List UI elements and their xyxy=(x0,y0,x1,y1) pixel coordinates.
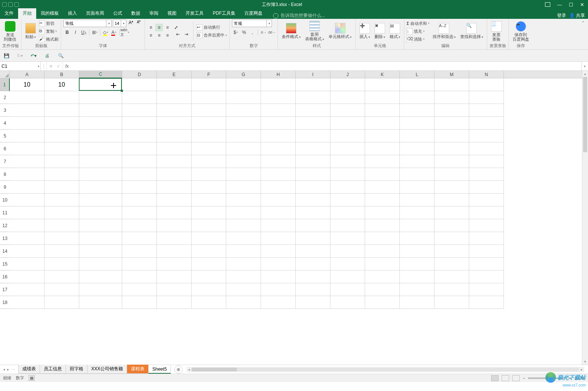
row-header[interactable]: 3 xyxy=(0,104,10,117)
cell[interactable] xyxy=(192,270,226,283)
nav-prev[interactable]: ▸ xyxy=(7,367,9,371)
cell[interactable] xyxy=(122,168,157,181)
column-header[interactable]: B xyxy=(45,71,79,78)
menu-tab-9[interactable]: 开发工具 xyxy=(181,8,208,19)
cell[interactable] xyxy=(192,78,226,91)
cell[interactable] xyxy=(261,91,296,104)
cell[interactable] xyxy=(434,78,469,91)
menu-tab-7[interactable]: 审阅 xyxy=(145,8,163,19)
sheet-tab[interactable]: Sheet5 xyxy=(148,365,171,374)
cell[interactable] xyxy=(400,206,434,219)
fx-label[interactable]: fx xyxy=(63,62,71,70)
cell[interactable] xyxy=(365,219,400,232)
cell[interactable] xyxy=(330,181,365,194)
paste-button[interactable]: 粘贴 xyxy=(24,22,37,40)
cell[interactable] xyxy=(469,130,504,142)
cell[interactable] xyxy=(10,130,45,142)
cell[interactable] xyxy=(261,104,296,117)
row-header[interactable]: 11 xyxy=(0,206,10,219)
cell[interactable] xyxy=(122,219,157,232)
fill-color-button[interactable]: ◇ xyxy=(102,29,109,36)
cell[interactable] xyxy=(79,194,122,206)
fill-button[interactable]: ↓填充 ▾ xyxy=(407,27,430,35)
cell[interactable] xyxy=(469,91,504,104)
cell[interactable] xyxy=(79,130,122,142)
formula-input[interactable] xyxy=(71,62,581,70)
sheet-tab[interactable]: 成绩表 xyxy=(18,365,40,374)
cell[interactable] xyxy=(157,117,192,130)
cell[interactable] xyxy=(330,232,365,245)
cell[interactable] xyxy=(365,206,400,219)
cell[interactable] xyxy=(330,206,365,219)
cell[interactable] xyxy=(365,155,400,168)
cell[interactable] xyxy=(261,296,296,309)
menu-tab-0[interactable]: 文件 xyxy=(0,8,18,19)
cell[interactable] xyxy=(400,181,434,194)
cell[interactable] xyxy=(261,245,296,258)
cell[interactable] xyxy=(122,155,157,168)
cell[interactable] xyxy=(192,142,226,155)
cell[interactable] xyxy=(330,219,365,232)
ribbon-display-icon[interactable] xyxy=(545,2,550,7)
cell[interactable] xyxy=(330,104,365,117)
cell[interactable] xyxy=(330,142,365,155)
wrap-text-button[interactable]: ↩自动换行 xyxy=(197,24,227,31)
align-bottom-button[interactable]: ≡ xyxy=(164,24,171,31)
cell[interactable] xyxy=(45,283,79,296)
cancel-button[interactable]: ✕ xyxy=(49,64,53,69)
cell[interactable] xyxy=(10,270,45,283)
column-header[interactable]: H xyxy=(261,71,296,78)
menu-tab-11[interactable]: 百度网盘 xyxy=(240,8,267,19)
cell[interactable] xyxy=(10,296,45,309)
cell[interactable] xyxy=(157,270,192,283)
cell[interactable] xyxy=(122,258,157,270)
cell[interactable] xyxy=(400,104,434,117)
column-header[interactable]: A xyxy=(10,71,45,78)
cell[interactable] xyxy=(296,258,330,270)
cell[interactable] xyxy=(330,168,365,181)
invoice-check-button[interactable]: 🧾发票查验 xyxy=(490,20,503,42)
row-header[interactable]: 7 xyxy=(0,155,10,168)
cell[interactable] xyxy=(10,245,45,258)
cell[interactable] xyxy=(45,130,79,142)
cell[interactable] xyxy=(122,117,157,130)
cell[interactable] xyxy=(226,78,261,91)
cell[interactable] xyxy=(434,245,469,258)
horizontal-scrollbar[interactable]: ◂▸ xyxy=(186,367,584,372)
cell[interactable] xyxy=(365,194,400,206)
cell[interactable] xyxy=(157,232,192,245)
cell[interactable] xyxy=(157,194,192,206)
cell[interactable] xyxy=(79,258,122,270)
cell[interactable] xyxy=(400,78,434,91)
sheet-tab[interactable]: 田字格 xyxy=(66,365,88,374)
cell[interactable] xyxy=(469,168,504,181)
sort-filter-button[interactable]: A↓Z排序和筛选 xyxy=(431,22,457,40)
align-center-button[interactable]: ≡ xyxy=(155,32,163,39)
cell[interactable] xyxy=(79,245,122,258)
cell[interactable] xyxy=(330,78,365,91)
cell[interactable] xyxy=(330,91,365,104)
cell[interactable] xyxy=(10,142,45,155)
cell[interactable] xyxy=(365,258,400,270)
cell[interactable] xyxy=(192,181,226,194)
cell[interactable] xyxy=(45,219,79,232)
expand-formula-button[interactable]: ▾ xyxy=(581,62,588,70)
cell[interactable] xyxy=(434,104,469,117)
cell[interactable] xyxy=(469,283,504,296)
border-button[interactable]: ⊞ xyxy=(91,29,98,36)
page-layout-view-button[interactable] xyxy=(502,375,509,381)
cell[interactable] xyxy=(122,142,157,155)
find-select-button[interactable]: 🔍查找和选择 xyxy=(459,22,485,40)
cell[interactable] xyxy=(45,245,79,258)
cell[interactable] xyxy=(45,117,79,130)
align-top-button[interactable]: ≡ xyxy=(147,24,155,31)
cell[interactable] xyxy=(10,117,45,130)
increase-font-button[interactable]: A▴ xyxy=(127,20,134,27)
maximize-button[interactable]: ☐ xyxy=(569,2,573,8)
cell[interactable] xyxy=(469,270,504,283)
cell[interactable] xyxy=(192,168,226,181)
cell[interactable] xyxy=(365,181,400,194)
font-color-button[interactable]: A xyxy=(110,29,118,36)
cell[interactable] xyxy=(45,155,79,168)
cell[interactable] xyxy=(434,91,469,104)
